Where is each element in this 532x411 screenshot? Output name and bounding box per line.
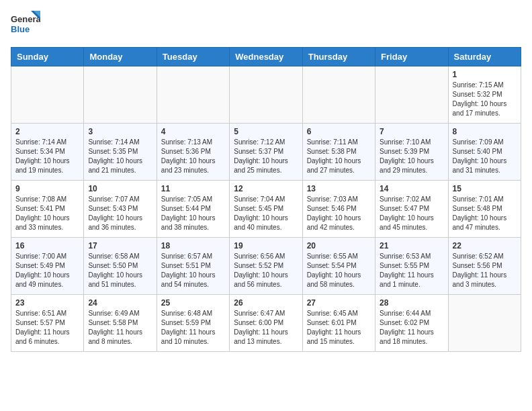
svg-text:Blue: Blue: [11, 24, 30, 34]
day-number: 12: [234, 184, 298, 193]
calendar-cell: 25Sunrise: 6:48 AM Sunset: 5:59 PM Dayli…: [157, 295, 229, 352]
calendar-cell: 7Sunrise: 7:10 AM Sunset: 5:39 PM Daylig…: [375, 124, 448, 181]
day-number: 16: [15, 241, 79, 250]
day-info: Sunrise: 7:00 AM Sunset: 5:49 PM Dayligh…: [15, 252, 79, 289]
day-info: Sunrise: 6:44 AM Sunset: 6:02 PM Dayligh…: [380, 309, 443, 347]
day-info: Sunrise: 6:52 AM Sunset: 5:56 PM Dayligh…: [453, 252, 517, 289]
calendar-cell: 3Sunrise: 7:14 AM Sunset: 5:35 PM Daylig…: [84, 124, 157, 181]
calendar-cell: 18Sunrise: 6:57 AM Sunset: 5:51 PM Dayli…: [157, 238, 229, 295]
calendar-cell: 24Sunrise: 6:49 AM Sunset: 5:58 PM Dayli…: [84, 295, 157, 352]
day-info: Sunrise: 7:02 AM Sunset: 5:47 PM Dayligh…: [380, 195, 443, 232]
day-info: Sunrise: 6:47 AM Sunset: 6:00 PM Dayligh…: [234, 309, 298, 347]
day-number: 1: [453, 70, 517, 79]
day-number: 14: [380, 184, 443, 193]
week-row-1: 1Sunrise: 7:15 AM Sunset: 5:32 PM Daylig…: [11, 66, 521, 124]
calendar-table: SundayMondayTuesdayWednesdayThursdayFrid…: [11, 47, 521, 352]
week-row-4: 16Sunrise: 7:00 AM Sunset: 5:49 PM Dayli…: [11, 238, 521, 295]
calendar-cell: [375, 66, 448, 124]
weekday-header-monday: Monday: [84, 48, 157, 66]
calendar-cell: [302, 66, 375, 124]
day-info: Sunrise: 7:15 AM Sunset: 5:32 PM Dayligh…: [453, 81, 517, 118]
day-number: 21: [380, 241, 443, 250]
weekday-header-thursday: Thursday: [302, 48, 375, 66]
weekday-header-wednesday: Wednesday: [230, 48, 302, 66]
calendar-cell: 26Sunrise: 6:47 AM Sunset: 6:00 PM Dayli…: [230, 295, 302, 352]
calendar-cell: 20Sunrise: 6:55 AM Sunset: 5:54 PM Dayli…: [302, 238, 375, 295]
day-info: Sunrise: 7:01 AM Sunset: 5:48 PM Dayligh…: [453, 195, 517, 232]
day-info: Sunrise: 7:13 AM Sunset: 5:36 PM Dayligh…: [161, 138, 225, 175]
calendar-cell: 17Sunrise: 6:58 AM Sunset: 5:50 PM Dayli…: [84, 238, 157, 295]
calendar-cell: 23Sunrise: 6:51 AM Sunset: 5:57 PM Dayli…: [11, 295, 84, 352]
calendar-cell: 10Sunrise: 7:07 AM Sunset: 5:43 PM Dayli…: [84, 181, 157, 238]
day-number: 22: [453, 241, 517, 250]
weekday-header-friday: Friday: [375, 48, 448, 66]
day-info: Sunrise: 6:58 AM Sunset: 5:50 PM Dayligh…: [88, 252, 152, 289]
calendar-cell: 6Sunrise: 7:11 AM Sunset: 5:38 PM Daylig…: [302, 124, 375, 181]
day-number: 5: [234, 127, 298, 136]
day-number: 9: [15, 184, 79, 193]
day-info: Sunrise: 6:57 AM Sunset: 5:51 PM Dayligh…: [161, 252, 225, 289]
calendar-cell: 8Sunrise: 7:09 AM Sunset: 5:40 PM Daylig…: [448, 124, 521, 181]
calendar-cell: [448, 295, 521, 352]
calendar-cell: 14Sunrise: 7:02 AM Sunset: 5:47 PM Dayli…: [375, 181, 448, 238]
day-info: Sunrise: 7:14 AM Sunset: 5:34 PM Dayligh…: [15, 138, 79, 175]
calendar-cell: 5Sunrise: 7:12 AM Sunset: 5:37 PM Daylig…: [230, 124, 302, 181]
week-row-3: 9Sunrise: 7:08 AM Sunset: 5:41 PM Daylig…: [11, 181, 521, 238]
calendar-cell: 13Sunrise: 7:03 AM Sunset: 5:46 PM Dayli…: [302, 181, 375, 238]
weekday-header-row: SundayMondayTuesdayWednesdayThursdayFrid…: [11, 48, 521, 66]
day-number: 8: [453, 127, 517, 136]
day-info: Sunrise: 6:55 AM Sunset: 5:54 PM Dayligh…: [307, 252, 371, 289]
day-number: 28: [380, 298, 443, 308]
day-number: 6: [307, 127, 371, 136]
calendar-cell: 19Sunrise: 6:56 AM Sunset: 5:52 PM Dayli…: [230, 238, 302, 295]
calendar-cell: 2Sunrise: 7:14 AM Sunset: 5:34 PM Daylig…: [11, 124, 84, 181]
day-number: 20: [307, 241, 371, 250]
day-number: 23: [15, 298, 79, 308]
day-number: 18: [161, 241, 225, 250]
day-info: Sunrise: 6:51 AM Sunset: 5:57 PM Dayligh…: [15, 309, 79, 347]
calendar-cell: 1Sunrise: 7:15 AM Sunset: 5:32 PM Daylig…: [448, 66, 521, 124]
day-info: Sunrise: 7:03 AM Sunset: 5:46 PM Dayligh…: [307, 195, 371, 232]
calendar-cell: 12Sunrise: 7:04 AM Sunset: 5:45 PM Dayli…: [230, 181, 302, 238]
day-number: 3: [88, 127, 152, 136]
day-number: 27: [307, 298, 371, 308]
day-number: 24: [88, 298, 152, 308]
calendar-cell: 21Sunrise: 6:53 AM Sunset: 5:55 PM Dayli…: [375, 238, 448, 295]
day-number: 17: [88, 241, 152, 250]
day-info: Sunrise: 7:08 AM Sunset: 5:41 PM Dayligh…: [15, 195, 79, 232]
calendar-cell: 9Sunrise: 7:08 AM Sunset: 5:41 PM Daylig…: [11, 181, 84, 238]
calendar-cell: 15Sunrise: 7:01 AM Sunset: 5:48 PM Dayli…: [448, 181, 521, 238]
day-number: 25: [161, 298, 225, 308]
day-info: Sunrise: 7:05 AM Sunset: 5:44 PM Dayligh…: [161, 195, 225, 232]
day-info: Sunrise: 7:12 AM Sunset: 5:37 PM Dayligh…: [234, 138, 298, 175]
day-info: Sunrise: 6:45 AM Sunset: 6:01 PM Dayligh…: [307, 309, 371, 347]
calendar-cell: [157, 66, 229, 124]
day-number: 2: [15, 127, 79, 136]
day-number: 10: [88, 184, 152, 193]
day-number: 15: [453, 184, 517, 193]
day-info: Sunrise: 7:09 AM Sunset: 5:40 PM Dayligh…: [453, 138, 517, 175]
day-info: Sunrise: 7:10 AM Sunset: 5:39 PM Dayligh…: [380, 138, 443, 175]
header: General Blue: [11, 11, 521, 40]
day-number: 11: [161, 184, 225, 193]
calendar-cell: 28Sunrise: 6:44 AM Sunset: 6:02 PM Dayli…: [375, 295, 448, 352]
calendar-cell: 27Sunrise: 6:45 AM Sunset: 6:01 PM Dayli…: [302, 295, 375, 352]
day-info: Sunrise: 7:04 AM Sunset: 5:45 PM Dayligh…: [234, 195, 298, 232]
day-number: 19: [234, 241, 298, 250]
day-info: Sunrise: 6:49 AM Sunset: 5:58 PM Dayligh…: [88, 309, 152, 347]
week-row-5: 23Sunrise: 6:51 AM Sunset: 5:57 PM Dayli…: [11, 295, 521, 352]
calendar-cell: 11Sunrise: 7:05 AM Sunset: 5:44 PM Dayli…: [157, 181, 229, 238]
week-row-2: 2Sunrise: 7:14 AM Sunset: 5:34 PM Daylig…: [11, 124, 521, 181]
weekday-header-sunday: Sunday: [11, 48, 84, 66]
weekday-header-saturday: Saturday: [448, 48, 521, 66]
calendar-cell: [230, 66, 302, 124]
day-info: Sunrise: 6:53 AM Sunset: 5:55 PM Dayligh…: [380, 252, 443, 289]
day-info: Sunrise: 6:56 AM Sunset: 5:52 PM Dayligh…: [234, 252, 298, 289]
day-number: 7: [380, 127, 443, 136]
day-number: 26: [234, 298, 298, 308]
calendar-cell: 16Sunrise: 7:00 AM Sunset: 5:49 PM Dayli…: [11, 238, 84, 295]
day-info: Sunrise: 7:11 AM Sunset: 5:38 PM Dayligh…: [307, 138, 371, 175]
logo-svg: General Blue: [11, 11, 40, 40]
weekday-header-tuesday: Tuesday: [157, 48, 229, 66]
day-info: Sunrise: 7:07 AM Sunset: 5:43 PM Dayligh…: [88, 195, 152, 232]
